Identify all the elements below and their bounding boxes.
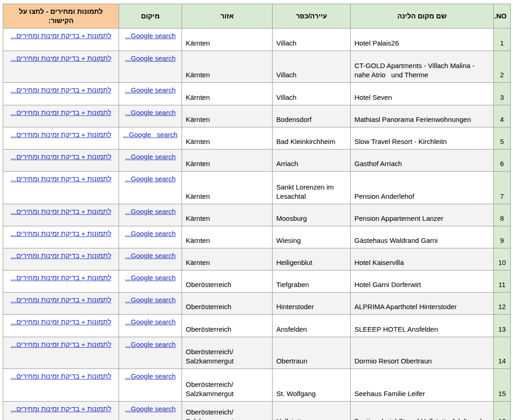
photos-prices-link[interactable]: לתמונות + בדיקת זמינות ומחירים... bbox=[11, 252, 111, 259]
row-number-cell: 2 bbox=[494, 51, 511, 83]
town-cell: Wiesing bbox=[273, 226, 351, 248]
table-row: לתמונות + בדיקת זמינות ומחירים... ...Goo… bbox=[3, 83, 511, 105]
location-cell: ...Google search bbox=[119, 337, 182, 369]
region-cell: Kärnten bbox=[182, 29, 273, 51]
photos-prices-link[interactable]: לתמונות + בדיקת זמינות ומחירים... bbox=[11, 318, 111, 326]
google-search-link[interactable]: ...Google search bbox=[125, 86, 176, 94]
region-cell: Kärnten bbox=[182, 226, 273, 248]
google-search-link[interactable]: ...Google search bbox=[125, 340, 176, 348]
google-search-link[interactable]: ...Google search bbox=[125, 109, 176, 116]
table-row: לתמונות + בדיקת זמינות ומחירים... ...Goo… bbox=[3, 105, 511, 127]
column-header-photos-prices: לתמונות ומחירים - לחצו על הקישור: bbox=[3, 4, 119, 29]
town-cell: Bad Kleinkirchheim bbox=[273, 127, 351, 150]
google-search-link[interactable]: ...Google search bbox=[123, 131, 177, 138]
sheet-page: לתמונות ומחירים - לחצו על הקישור: מיקום … bbox=[0, 0, 513, 420]
google-search-link[interactable]: ...Google search bbox=[125, 32, 176, 40]
hotel-name-cell: Gästehaus Waldrand Garni bbox=[351, 226, 494, 248]
google-search-link[interactable]: ...Google search bbox=[125, 153, 176, 161]
google-search-link[interactable]: ...Google search bbox=[125, 252, 176, 259]
photos-prices-link[interactable]: לתמונות + בדיקת זמינות ומחירים... bbox=[11, 296, 111, 304]
photos-prices-link[interactable]: לתמונות + בדיקת זמינות ומחירים... bbox=[11, 230, 111, 237]
photos-prices-cell: לתמונות + בדיקת זמינות ומחירים... bbox=[3, 293, 119, 315]
town-cell: Arriach bbox=[273, 150, 351, 172]
table-row: לתמונות + בדיקת זמינות ומחירים... ...Goo… bbox=[3, 172, 511, 204]
row-number-cell: 5 bbox=[494, 127, 511, 150]
photos-prices-cell: לתמונות + בדיקת זמינות ומחירים... bbox=[3, 127, 119, 150]
photos-prices-link[interactable]: לתמונות + בדיקת זמינות ומחירים... bbox=[11, 274, 111, 282]
table-row: לתמונות + בדיקת זמינות ומחירים... ...Goo… bbox=[3, 293, 511, 315]
table-row: לתמונות + בדיקת זמינות ומחירים... ...Goo… bbox=[3, 369, 511, 402]
table-row: לתמונות + בדיקת זמינות ומחירים... ...Goo… bbox=[3, 248, 511, 270]
town-cell: Tiefgraben bbox=[273, 270, 351, 293]
photos-prices-link[interactable]: לתמונות + בדיקת זמינות ומחירים... bbox=[11, 372, 111, 380]
row-number-cell: 11 bbox=[494, 270, 511, 293]
google-search-link[interactable]: ...Google search bbox=[125, 296, 176, 304]
hotel-name-cell: Hotel Palais26 bbox=[351, 29, 494, 51]
town-cell: Sankt Lorenzen im Lesachtal bbox=[273, 172, 351, 204]
location-cell: ...Google search bbox=[119, 172, 182, 204]
photos-prices-link[interactable]: לתמונות + בדיקת זמינות ומחירים... bbox=[11, 54, 111, 62]
accommodations-table: לתמונות ומחירים - לחצו על הקישור: מיקום … bbox=[3, 4, 511, 420]
hotel-name-cell: Pension Appartement Lanzer bbox=[351, 204, 494, 226]
table-row: לתמונות + בדיקת זמינות ומחירים... ...Goo… bbox=[3, 204, 511, 226]
google-search-link[interactable]: ...Google search bbox=[125, 274, 176, 282]
location-cell: ...Google search bbox=[119, 127, 182, 150]
photos-prices-cell: לתמונות + בדיקת זמינות ומחירים... bbox=[3, 248, 119, 270]
town-cell: Villach bbox=[273, 51, 351, 83]
table-row: לתמונות + בדיקת זמינות ומחירים... ...Goo… bbox=[3, 51, 511, 83]
header-row: לתמונות ומחירים - לחצו על הקישור: מיקום … bbox=[3, 4, 511, 29]
town-cell: Obertraun bbox=[273, 337, 351, 369]
hotel-name-cell: Hotel Kaiservilla bbox=[351, 248, 494, 270]
row-number-cell: 14 bbox=[494, 337, 511, 369]
hotel-name-cell: Mathiasl Panorama Ferienwohnungen bbox=[351, 105, 494, 127]
google-search-link[interactable]: ...Google search bbox=[125, 54, 176, 62]
location-cell: ...Google search bbox=[119, 226, 182, 248]
photos-prices-cell: לתמונות + בדיקת זמינות ומחירים... bbox=[3, 83, 119, 105]
hotel-name-cell: Seehaus Familie Leifer bbox=[351, 369, 494, 402]
town-cell: Villach bbox=[273, 83, 351, 105]
google-search-link[interactable]: ...Google search bbox=[125, 175, 176, 183]
region-cell: Oberösterreich bbox=[182, 315, 273, 337]
location-cell: ...Google search bbox=[119, 204, 182, 226]
row-number-cell: 12 bbox=[494, 293, 511, 315]
location-cell: ...Google search bbox=[119, 29, 182, 51]
location-cell: ...Google search bbox=[119, 315, 182, 337]
location-cell: ...Google search bbox=[119, 293, 182, 315]
google-search-link[interactable]: ...Google search bbox=[125, 230, 176, 237]
google-search-link[interactable]: ...Google search bbox=[125, 318, 176, 326]
google-search-link[interactable]: ...Google search bbox=[125, 207, 176, 215]
photos-prices-link[interactable]: לתמונות + בדיקת זמינות ומחירים... bbox=[11, 175, 111, 183]
photos-prices-link[interactable]: לתמונות + בדיקת זמינות ומחירים... bbox=[11, 405, 111, 413]
table-row: לתמונות + בדיקת זמינות ומחירים... ...Goo… bbox=[3, 150, 511, 172]
photos-prices-cell: לתמונות + בדיקת זמינות ומחירים... bbox=[3, 105, 119, 127]
region-cell: Oberösterreich/ Salzkammergut bbox=[182, 369, 273, 402]
photos-prices-link[interactable]: לתמונות + בדיקת זמינות ומחירים... bbox=[11, 131, 111, 138]
photos-prices-link[interactable]: לתמונות + בדיקת זמינות ומחירים... bbox=[11, 32, 111, 40]
town-cell: Hallstatt bbox=[273, 402, 351, 420]
photos-prices-link[interactable]: לתמונות + בדיקת זמינות ומחירים... bbox=[11, 86, 111, 94]
hotel-name-cell: Pension Anderlehof bbox=[351, 172, 494, 204]
location-cell: ...Google search bbox=[119, 402, 182, 420]
row-number-cell: 13 bbox=[494, 315, 511, 337]
photos-prices-link[interactable]: לתמונות + בדיקת זמינות ומחירים... bbox=[11, 207, 111, 215]
hotel-name-cell: Hotel Seven bbox=[351, 83, 494, 105]
photos-prices-cell: לתמונות + בדיקת זמינות ומחירים... bbox=[3, 270, 119, 293]
google-search-link[interactable]: ...Google search bbox=[125, 372, 176, 380]
hotel-name-cell: Gasthof Arriach bbox=[351, 150, 494, 172]
region-cell: Kärnten bbox=[182, 204, 273, 226]
photos-prices-link[interactable]: לתמונות + בדיקת זמינות ומחירים... bbox=[11, 340, 111, 348]
photos-prices-link[interactable]: לתמונות + בדיקת זמינות ומחירים... bbox=[11, 153, 111, 161]
column-header-region: אזור bbox=[182, 4, 273, 29]
region-cell: Kärnten bbox=[182, 150, 273, 172]
google-search-link[interactable]: ...Google search bbox=[125, 405, 176, 413]
hotel-name-cell: CT-GOLD Apartments - Villach Malina - na… bbox=[351, 51, 494, 83]
photos-prices-cell: לתמונות + בדיקת זמינות ומחירים... bbox=[3, 226, 119, 248]
row-number-cell: 6 bbox=[494, 150, 511, 172]
location-cell: ...Google search bbox=[119, 150, 182, 172]
hotel-name-cell: Slow Travel Resort - Kirchleitn bbox=[351, 127, 494, 150]
row-number-cell: 16 bbox=[494, 402, 511, 420]
location-cell: ...Google search bbox=[119, 51, 182, 83]
photos-prices-link[interactable]: לתמונות + בדיקת זמינות ומחירים... bbox=[11, 109, 111, 116]
column-header-location: מיקום bbox=[119, 4, 182, 29]
row-number-cell: 9 bbox=[494, 226, 511, 248]
